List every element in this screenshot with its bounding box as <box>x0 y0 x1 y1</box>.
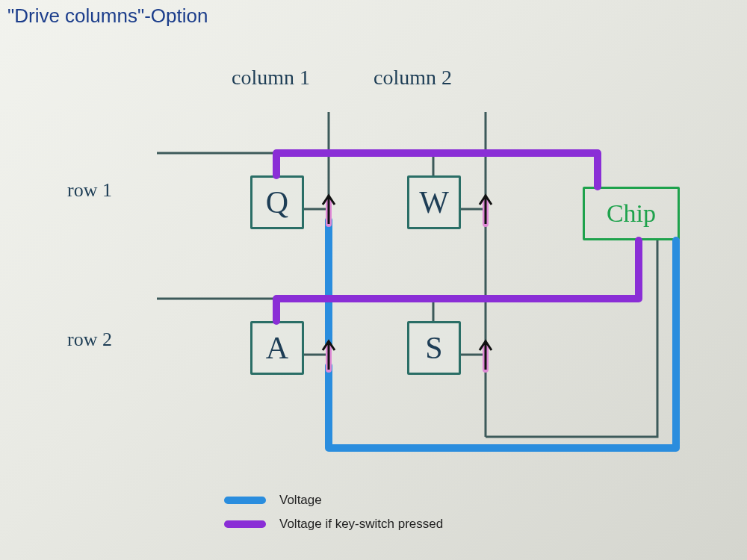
legend-label-voltage-pressed: Voltage if key-switch pressed <box>279 517 443 532</box>
label-column-1: column 1 <box>232 66 310 90</box>
arrow-up-icon <box>323 196 335 224</box>
legend-swatch-purple <box>224 520 266 528</box>
legend-swatch-blue <box>224 497 266 504</box>
key-s: S <box>407 321 461 375</box>
arrow-up-icon <box>480 341 492 370</box>
voltage-pressed-row2b <box>329 240 639 299</box>
legend-label-voltage: Voltage <box>279 493 322 508</box>
label-row-1: row 1 <box>67 179 112 202</box>
legend-row-voltage-pressed: Voltage if key-switch pressed <box>224 517 443 532</box>
label-row-2: row 2 <box>67 329 112 351</box>
voltage-path-main <box>329 240 676 448</box>
key-q: Q <box>250 175 304 229</box>
arrow-up-icon <box>323 341 335 370</box>
key-w: W <box>407 175 461 229</box>
diagram-stage: "Drive columns"-Option column 1 column 2… <box>0 0 747 560</box>
chip-box: Chip <box>583 187 680 240</box>
key-a: A <box>250 321 304 375</box>
legend: Voltage Voltage if key-switch pressed <box>224 493 443 541</box>
voltage-pressed-row2a <box>276 299 329 321</box>
label-column-2: column 2 <box>374 66 452 90</box>
arrow-up-icon <box>480 196 492 224</box>
legend-row-voltage: Voltage <box>224 493 443 508</box>
page-title: "Drive columns"-Option <box>7 4 208 28</box>
